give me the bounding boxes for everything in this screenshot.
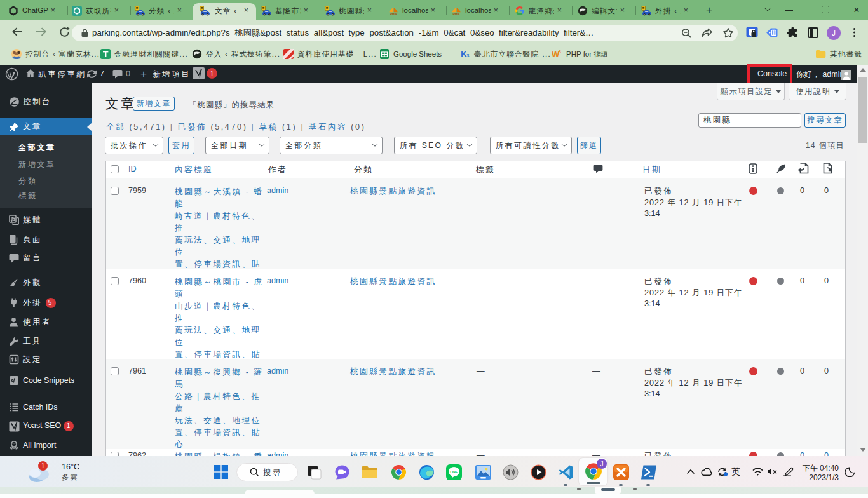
- svg-text:PMA: PMA: [390, 12, 397, 16]
- svg-text:LINE: LINE: [450, 470, 458, 474]
- svg-text:3: 3: [559, 50, 561, 54]
- svg-text:3: 3: [466, 53, 470, 58]
- svg-text:PMA: PMA: [452, 12, 460, 16]
